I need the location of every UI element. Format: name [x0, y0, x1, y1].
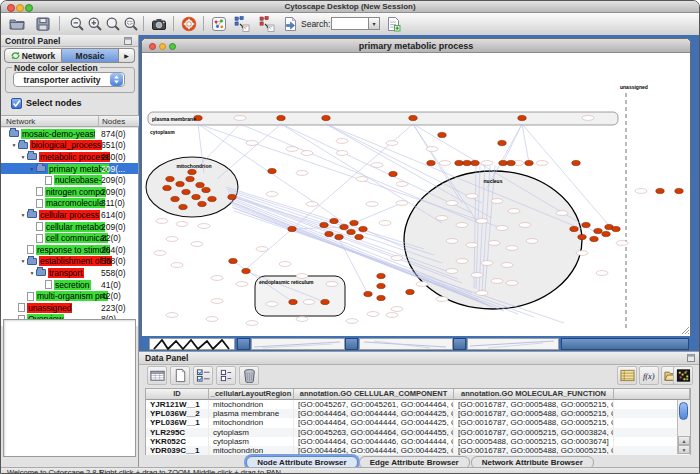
node-count: 209(0)	[101, 222, 126, 232]
file-icon	[36, 199, 43, 208]
tree-item-cellular-process[interactable]: ▼cellular process614(0)	[1, 209, 138, 221]
zoom-out-button[interactable]	[67, 15, 87, 33]
scroll-down-button[interactable]: ▼	[678, 445, 690, 454]
column-header[interactable]: annotation.GO CELLULAR_COMPONENT	[294, 389, 454, 400]
tab-mosaic[interactable]: Mosaic	[62, 48, 119, 63]
tree-column-network: Network	[6, 117, 35, 126]
check-icon	[12, 99, 21, 108]
network-graph[interactable]: plasma membranecytoplasmmitochondrionnuc…	[142, 53, 690, 336]
search-input[interactable]	[331, 17, 372, 30]
tree-item-macromolecule[interactable]: macromolecule311(0)	[1, 198, 138, 210]
table-row[interactable]: YJR121W__1mitochondrion[GO:0045267, GO:0…	[146, 400, 690, 409]
tree-item-primary-metabo[interactable]: ▼primary metabo209(...	[1, 163, 138, 175]
node-count: 22(0)	[101, 233, 121, 243]
table-scrollbar[interactable]: ▲ ▼	[677, 400, 690, 454]
toolbar-separator	[203, 16, 204, 31]
column-header[interactable]: ID	[146, 389, 209, 400]
network-view-title: primary metabolic process	[142, 41, 690, 51]
open-session-button[interactable]	[7, 15, 27, 33]
tree-item-secretion[interactable]: secretion41(0)	[1, 279, 138, 291]
search-options-button[interactable]: ▾	[368, 17, 380, 30]
data-panel: Data Panel f(x) ID_cellul	[139, 351, 700, 467]
attribute-list-button[interactable]	[617, 366, 637, 385]
folder-icon	[9, 130, 19, 137]
folder-icon	[27, 153, 37, 160]
save-icon	[35, 16, 51, 32]
table-row[interactable]: YPL036W__1mitochondrion[GO:0044464, GO:0…	[146, 418, 690, 427]
tree-item-cell-communicat[interactable]: cell communicat22(0)	[1, 232, 138, 244]
zoom-in-icon	[87, 16, 103, 32]
disclosure-triangle-icon[interactable]: ▼	[10, 142, 18, 148]
snapshot-button[interactable]	[149, 15, 169, 33]
background-window-fragment	[251, 338, 345, 350]
vizmapper-icon	[282, 16, 298, 32]
tree-item-nitrogen-compo[interactable]: nitrogen compo209(0)	[1, 186, 138, 198]
resize-grip-icon[interactable]	[680, 325, 689, 334]
scrollbar-thumb[interactable]	[679, 402, 688, 420]
select-nodes-checkbox[interactable]	[11, 98, 22, 109]
vizmapper-button[interactable]	[280, 15, 300, 33]
delete-attribute-button[interactable]	[239, 366, 259, 385]
disclosure-triangle-icon[interactable]: ▼	[28, 270, 36, 276]
attribute-table: ID_cellularLayoutRegionannotation.GO CEL…	[145, 388, 691, 455]
tree-item-cellular-metabo[interactable]: cellular metabo209(0)	[1, 221, 138, 233]
tree-item-mosaic-demo-yeast[interactable]: mosaic-demo-yeast874(0)	[1, 128, 138, 140]
import-attributes-icon	[385, 16, 401, 32]
apply-layout-red-button[interactable]	[257, 15, 277, 33]
node-count: 209(0)	[101, 187, 126, 197]
unselect-attributes-button[interactable]	[216, 366, 236, 385]
function-builder-button[interactable]: f(x)	[639, 366, 659, 385]
tree-item-unassigned[interactable]: unassigned223(0)	[1, 302, 138, 314]
import-attributes-button[interactable]	[383, 15, 403, 33]
tree-item-metabolic-process[interactable]: ▼metabolic process280(0)	[1, 151, 138, 163]
cell-mf: [GO:0005488, GO:0005215, GO:0003674]	[454, 437, 614, 446]
disclosure-triangle-icon[interactable]: ▼	[19, 212, 27, 218]
select-attributes-button[interactable]	[193, 366, 213, 385]
apply-layout-blue-button[interactable]	[232, 15, 252, 33]
table-row[interactable]: YLR295Ccytoplasm[GO:0045263, GO:0044464,…	[146, 428, 690, 437]
table-row[interactable]: YPL036W__2plasma membrane[GO:0044464, GO…	[146, 409, 690, 418]
tree-item-nucleobase-[interactable]: nucleobase-209(0)	[1, 174, 138, 186]
tree-item-response-to-stimulu[interactable]: response to stimulu264(0)	[1, 244, 138, 256]
file-icon	[36, 234, 43, 243]
tab-overflow-button[interactable]: ▶	[119, 48, 135, 63]
node-count: 874(0)	[101, 129, 126, 139]
tree-item-multi-organism-pro[interactable]: multi-organism pro42(0)	[1, 290, 138, 302]
node-color-select[interactable]: transporter activity	[13, 72, 125, 87]
zoom-fit-button[interactable]	[103, 15, 123, 33]
column-header[interactable]: annotation.GO MOLECULAR_FUNCTION	[454, 389, 614, 400]
attribute-table-button[interactable]	[147, 366, 167, 385]
node-count: 42(0)	[101, 291, 121, 301]
disclosure-triangle-icon[interactable]: ▼	[19, 258, 27, 264]
svg-text:cytoplasm: cytoplasm	[150, 129, 175, 135]
node-count: 651(0)	[101, 140, 126, 150]
table-row[interactable]: YDR039C__1mitochondrion[GO:0044464, GO:0…	[146, 446, 690, 455]
zoom-selected-button[interactable]	[121, 15, 141, 33]
main-toolbar: Search: ▾	[1, 13, 699, 36]
cell-region: mitochondrion	[209, 446, 294, 455]
new-attribute-button[interactable]	[170, 366, 190, 385]
tree-item-label: cellular metabo	[45, 222, 105, 232]
file-icon	[36, 187, 43, 196]
float-panel-icon[interactable]	[687, 354, 695, 362]
cell-id: YLR295C	[146, 428, 209, 437]
attribute-matrix-button[interactable]	[673, 366, 693, 385]
save-session-button[interactable]	[33, 15, 53, 33]
disclosure-triangle-icon[interactable]: ▼	[19, 154, 27, 160]
network-overview-button[interactable]	[209, 15, 229, 33]
tab-network[interactable]: Network	[4, 48, 62, 63]
tree-item-biological-process[interactable]: ▼biological_process651(0)	[1, 140, 138, 152]
table-row[interactable]: YKR052Ccytoplasm[GO:0044464, GO:0044446,…	[146, 437, 690, 446]
tree-item-establishment-of-lo[interactable]: ▼establishment of lo558(0)	[1, 256, 138, 268]
scroll-up-button[interactable]: ▲	[678, 436, 690, 445]
zoom-in-button[interactable]	[85, 15, 105, 33]
disclosure-triangle-icon[interactable]: ▼	[28, 166, 36, 172]
column-header[interactable]: _cellularLayoutRegion	[209, 389, 294, 400]
zoom-selected-icon	[123, 16, 139, 32]
toolbar-separator	[143, 16, 144, 31]
network-canvas[interactable]: plasma membranecytoplasmmitochondrionnuc…	[142, 53, 690, 336]
help-button[interactable]	[179, 15, 199, 33]
float-panel-icon[interactable]	[124, 37, 132, 45]
tree-item-transport[interactable]: ▼transport558(0)	[1, 267, 138, 279]
background-window-fragment	[149, 338, 235, 350]
